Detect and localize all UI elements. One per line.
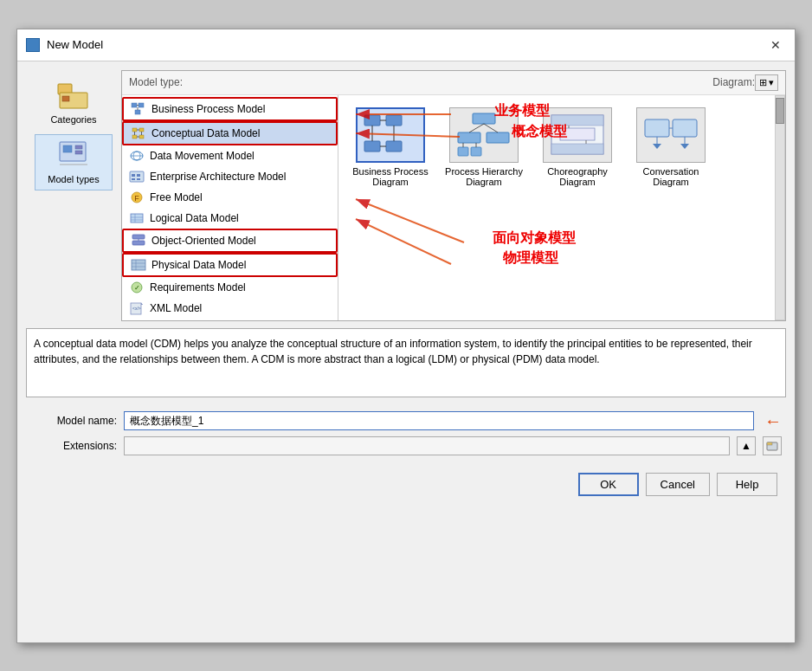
svg-rect-4 (63, 145, 72, 152)
svg-rect-72 (673, 119, 697, 137)
model-item-logical-data-label: Logical Data Model (150, 212, 239, 224)
model-panel-header: Model type: Diagram: ⊞ ▾ (122, 71, 785, 95)
svg-rect-36 (132, 241, 145, 245)
model-item-free-label: Free Model (150, 191, 203, 203)
svg-rect-57 (458, 132, 480, 143)
xml-icon: <x/> (129, 301, 145, 315)
categories-icon (56, 81, 91, 112)
content-area: Categories Model types Mod (17, 61, 795, 513)
diagram-label-choreography: ChoreographyDiagram (547, 166, 608, 187)
diagram-label-process-hierarchy: Process HierarchyDiagram (445, 166, 523, 187)
svg-line-62 (484, 124, 498, 132)
view-toggle-button[interactable]: ⊞ ▾ (755, 74, 778, 91)
new-model-dialog: New Model ✕ Categories (16, 29, 796, 643)
svg-line-61 (469, 124, 484, 132)
model-item-xml[interactable]: <x/> XML Model (122, 298, 338, 319)
choreography-svg (547, 111, 608, 158)
svg-rect-71 (645, 119, 669, 137)
browse-icon (766, 440, 778, 452)
diagram-label: Diagram: (712, 76, 755, 88)
model-item-physical-data-label: Physical Data Model (151, 259, 246, 271)
model-item-physical-data[interactable]: Physical Data Model (122, 253, 338, 277)
diagram-thumb-choreography[interactable]: ChoreographyDiagram (534, 104, 621, 190)
process-hierarchy-thumb (449, 107, 519, 163)
dialog-icon (26, 38, 40, 52)
svg-rect-67 (551, 144, 603, 154)
svg-rect-28 (137, 178, 140, 180)
model-panel: Model type: Diagram: ⊞ ▾ (121, 70, 786, 321)
cancel-button[interactable]: Cancel (646, 473, 710, 496)
enterprise-arch-icon (129, 170, 145, 184)
svg-text:<x/>: <x/> (132, 306, 141, 311)
svg-rect-48 (364, 115, 380, 126)
diagram-thumb-business-process[interactable]: Business ProcessDiagram (347, 104, 434, 190)
model-item-data-movement-label: Data Movement Model (150, 150, 255, 162)
svg-rect-66 (551, 115, 603, 126)
physical-data-icon (131, 258, 146, 272)
scrollbar-thumb (776, 98, 784, 124)
svg-rect-60 (471, 147, 481, 156)
sidebar-item-categories[interactable]: Categories (35, 74, 113, 131)
svg-rect-13 (132, 128, 137, 132)
ok-button[interactable]: OK (578, 473, 639, 496)
business-process-thumb (356, 107, 425, 163)
model-item-free[interactable]: F Free Model (122, 187, 338, 208)
model-item-business-process-label: Business Process Model (151, 103, 265, 115)
svg-marker-76 (680, 144, 689, 149)
svg-rect-5 (75, 145, 82, 149)
main-row: Categories Model types Mod (26, 70, 786, 321)
free-model-icon: F (129, 190, 145, 204)
model-item-logical-data[interactable]: Logical Data Model (122, 208, 338, 229)
model-list: Business Process Model (122, 95, 338, 320)
extensions-browse-btn[interactable] (763, 436, 782, 455)
model-item-data-movement[interactable]: Data Movement Model (122, 145, 338, 166)
help-button[interactable]: Help (717, 473, 777, 496)
sidebar-categories-label: Categories (50, 114, 96, 125)
business-process-icon (131, 102, 146, 116)
logical-data-icon (129, 211, 145, 225)
model-item-object-oriented[interactable]: Object-Oriented Model (122, 229, 338, 253)
close-button[interactable]: ✕ (765, 36, 786, 54)
model-item-conceptual-data[interactable]: Conceptual Data Model (122, 121, 338, 145)
model-item-requirements[interactable]: ✓ Requirements Model (122, 277, 338, 298)
model-item-conceptual-data-label: Conceptual Data Model (151, 127, 260, 139)
model-item-enterprise-arch[interactable]: Enterprise Architecture Model (122, 166, 338, 187)
process-hierarchy-svg (454, 111, 514, 158)
chevron-down-icon: ▾ (769, 77, 774, 88)
model-item-business-process[interactable]: Business Process Model (122, 97, 338, 121)
diagram-thumb-conversation[interactable]: ConversationDiagram (628, 104, 714, 190)
svg-rect-38 (132, 260, 145, 270)
requirements-icon: ✓ (129, 281, 145, 294)
arrow-annotation: ← (764, 411, 782, 431)
svg-rect-59 (458, 147, 468, 156)
svg-rect-6 (75, 151, 82, 154)
svg-rect-26 (137, 174, 140, 177)
diagram-scrollbar[interactable] (775, 95, 785, 320)
object-oriented-icon (131, 234, 146, 248)
form-area: Model name: ← Extensions: ▲ (26, 404, 786, 455)
model-item-xml-label: XML Model (150, 302, 202, 314)
sidebar: Categories Model types (26, 70, 121, 321)
svg-text:✓: ✓ (134, 284, 140, 292)
extensions-up-btn[interactable]: ▲ (737, 436, 756, 455)
svg-rect-84 (767, 442, 772, 445)
extensions-row: Extensions: ▲ (30, 436, 782, 455)
annotation-physical: 物理模型 (503, 249, 558, 268)
svg-rect-68 (560, 128, 595, 140)
sidebar-item-model-types[interactable]: Model types (35, 134, 113, 190)
model-name-input[interactable] (124, 411, 754, 430)
diagram-thumb-process-hierarchy[interactable]: Process HierarchyDiagram (441, 104, 527, 190)
model-name-label: Model name: (30, 415, 117, 427)
extensions-input[interactable] (124, 436, 730, 455)
title-bar: New Model ✕ (17, 29, 795, 61)
svg-marker-75 (653, 144, 661, 149)
extensions-label: Extensions: (30, 440, 117, 452)
svg-rect-15 (132, 135, 137, 139)
svg-rect-27 (132, 178, 135, 180)
svg-rect-9 (139, 103, 144, 107)
data-movement-icon (129, 149, 145, 163)
panel-body: Business Process Model (122, 95, 785, 320)
conversation-thumb (636, 107, 706, 163)
svg-rect-51 (386, 141, 402, 152)
svg-rect-49 (386, 115, 402, 126)
